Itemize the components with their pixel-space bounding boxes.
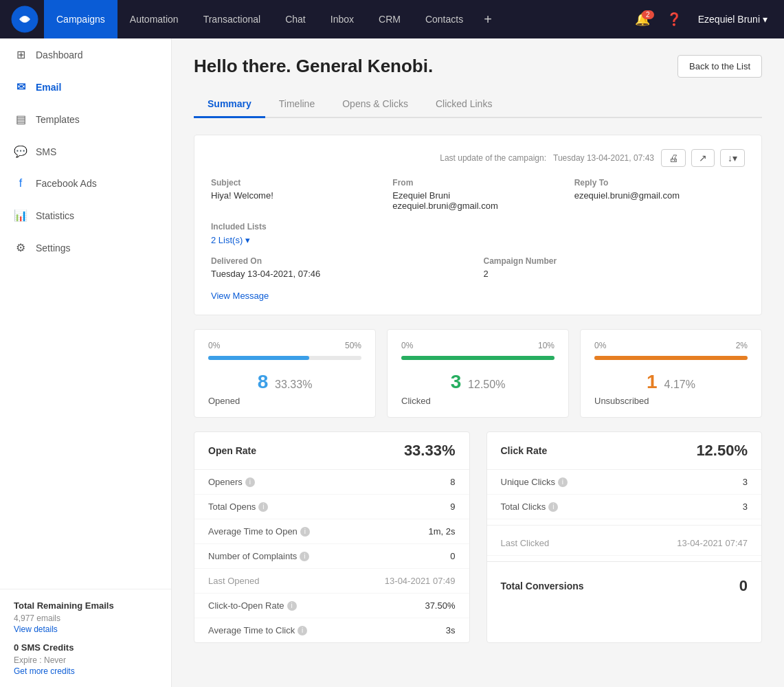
total-clicks-label: Total Clicks i bbox=[501, 502, 559, 512]
unsubscribed-label: Unsubscribed bbox=[594, 396, 748, 406]
emails-count: 4,977 emails bbox=[14, 613, 157, 623]
sidebar-item-statistics[interactable]: 📊 Statistics bbox=[0, 199, 171, 232]
sidebar-item-settings[interactable]: ⚙ Settings bbox=[0, 232, 171, 264]
expire-label: Expire : Never bbox=[14, 655, 157, 665]
avg-time-open-info-icon[interactable]: i bbox=[300, 527, 310, 537]
delivery-grid: Delivered on Tuesday 13-04-2021, 07:46 C… bbox=[211, 256, 745, 279]
total-opens-value: 9 bbox=[450, 502, 455, 512]
download-button[interactable]: ↓▾ bbox=[720, 149, 745, 167]
sidebar-item-templates[interactable]: ▤ Templates bbox=[0, 103, 171, 135]
nav-chat[interactable]: Chat bbox=[273, 0, 318, 38]
last-opened-value: 13-04-2021 07:49 bbox=[385, 576, 456, 586]
reply-to-email: ezequiel.bruni@gmail.com bbox=[574, 190, 745, 201]
complaints-info-icon[interactable]: i bbox=[300, 552, 309, 561]
bar-track-1 bbox=[401, 356, 555, 360]
bar-fill-2 bbox=[594, 356, 748, 360]
conversions-row: Total Conversions 0 bbox=[487, 567, 762, 605]
help-button[interactable]: ❓ bbox=[661, 12, 687, 27]
dropdown-icon: ▾ bbox=[245, 235, 250, 245]
detailed-stats: Open Rate 33.33% Openers i 8 Total Opens… bbox=[194, 431, 762, 643]
notifications-bell[interactable]: 🔔 2 bbox=[629, 12, 656, 27]
included-lists-value: 2 List(s) bbox=[211, 235, 243, 245]
sidebar-item-email[interactable]: ✉ Email bbox=[0, 71, 171, 103]
complaints-value: 0 bbox=[450, 551, 455, 561]
nav-contacts[interactable]: Contacts bbox=[413, 0, 475, 38]
nav-transactional[interactable]: Transactional bbox=[191, 0, 273, 38]
bar-fill-1 bbox=[401, 356, 555, 360]
total-clicks-info-icon[interactable]: i bbox=[548, 502, 558, 512]
opened-card: 0% 50% 8 33.33% Opened bbox=[194, 329, 376, 418]
openers-label: Openers i bbox=[208, 477, 255, 487]
view-message-link[interactable]: View Message bbox=[211, 291, 269, 301]
bar-left-1: 0% bbox=[401, 341, 413, 350]
from-email: ezequiel.bruni@gmail.com bbox=[392, 201, 563, 211]
nav-plus-button[interactable]: + bbox=[475, 0, 500, 38]
meta-actions: 🖨 ↗ ↓▾ bbox=[661, 149, 745, 167]
view-details-link[interactable]: View details bbox=[14, 624, 58, 634]
print-button[interactable]: 🖨 bbox=[661, 149, 686, 167]
sidebar-item-dashboard[interactable]: ⊞ Dashboard bbox=[0, 38, 171, 71]
sidebar-item-label: SMS bbox=[36, 146, 56, 157]
avg-time-open-row: Average Time to Open i 1m, 2s bbox=[194, 519, 469, 544]
click-open-rate-row: Click-to-Open Rate i 37.50% bbox=[194, 594, 469, 618]
sidebar: ⊞ Dashboard ✉ Email ▤ Templates 💬 SMS f … bbox=[0, 38, 172, 687]
get-more-credits-link[interactable]: Get more credits bbox=[14, 666, 75, 676]
clicked-label: Clicked bbox=[401, 396, 555, 406]
campaign-number-label: Campaign Number bbox=[484, 256, 746, 266]
unique-clicks-label: Unique Clicks i bbox=[501, 477, 568, 487]
opened-count: 8 bbox=[258, 371, 269, 392]
included-lists-link[interactable]: 2 List(s) ▾ bbox=[211, 235, 250, 245]
unsubscribed-percent: 4.17% bbox=[664, 379, 695, 390]
notifications-badge: 2 bbox=[642, 10, 654, 19]
nav-crm[interactable]: CRM bbox=[366, 0, 413, 38]
total-opens-info-icon[interactable]: i bbox=[258, 502, 268, 512]
avg-time-click-info-icon[interactable]: i bbox=[298, 626, 307, 635]
tab-timeline[interactable]: Timeline bbox=[265, 91, 328, 118]
last-update-row: Last update of the campaign: Tuesday 13-… bbox=[211, 149, 745, 167]
avg-time-open-value: 1m, 2s bbox=[428, 526, 455, 537]
click-open-rate-label: Click-to-Open Rate i bbox=[208, 600, 297, 611]
user-name: Ezequiel Bruni bbox=[698, 14, 760, 25]
tab-clicked-links[interactable]: Clicked Links bbox=[422, 91, 506, 118]
bar-left-0: 0% bbox=[208, 341, 220, 350]
nav-campaigns[interactable]: Campaigns bbox=[44, 0, 117, 38]
last-opened-row: Last Opened 13-04-2021 07:49 bbox=[194, 569, 469, 594]
nav-automation[interactable]: Automation bbox=[117, 0, 191, 38]
sidebar-item-sms[interactable]: 💬 SMS bbox=[0, 135, 171, 168]
unique-clicks-info-icon[interactable]: i bbox=[558, 477, 568, 487]
last-clicked-row: Last Clicked 13-04-2021 07:47 bbox=[487, 531, 762, 556]
sidebar-item-facebook-ads[interactable]: f Facebook Ads bbox=[0, 168, 171, 199]
total-clicks-value: 3 bbox=[743, 502, 748, 512]
delivered-on-label: Delivered on bbox=[211, 256, 473, 266]
back-to-list-button[interactable]: Back to the List bbox=[677, 55, 762, 78]
bar-right-2: 2% bbox=[736, 341, 748, 350]
sidebar-item-label: Statistics bbox=[36, 210, 74, 221]
complaints-row: Number of Complaints i 0 bbox=[194, 544, 469, 569]
openers-row: Openers i 8 bbox=[194, 470, 469, 495]
template-icon: ▤ bbox=[14, 113, 27, 126]
clicked-card: 0% 10% 3 12.50% Clicked bbox=[387, 329, 569, 418]
svg-point-1 bbox=[22, 16, 27, 22]
opened-values: 8 33.33% bbox=[208, 371, 361, 393]
share-button[interactable]: ↗ bbox=[691, 149, 715, 167]
click-open-rate-info-icon[interactable]: i bbox=[287, 601, 297, 611]
app-logo[interactable] bbox=[11, 5, 38, 33]
nav-inbox[interactable]: Inbox bbox=[318, 0, 366, 38]
from-label: From bbox=[392, 178, 563, 188]
sidebar-item-label: Dashboard bbox=[36, 49, 83, 60]
page-header: Hello there. General Kenobi. Back to the… bbox=[194, 55, 762, 78]
user-menu[interactable]: Ezequiel Bruni ▾ bbox=[693, 14, 773, 25]
main-content: Hello there. General Kenobi. Back to the… bbox=[172, 38, 784, 687]
tab-summary[interactable]: Summary bbox=[194, 91, 265, 118]
page-title: Hello there. General Kenobi. bbox=[194, 56, 433, 77]
user-dropdown-icon: ▾ bbox=[763, 14, 768, 25]
sms-icon: 💬 bbox=[14, 145, 27, 158]
clicked-percent: 12.50% bbox=[468, 379, 505, 390]
openers-info-icon[interactable]: i bbox=[245, 477, 255, 487]
nav-items: Campaigns Automation Transactional Chat … bbox=[44, 0, 629, 38]
sidebar-item-label: Facebook Ads bbox=[36, 178, 97, 189]
sms-credits-label: 0 SMS Credits bbox=[14, 642, 157, 653]
tab-opens-clicks[interactable]: Opens & Clicks bbox=[328, 91, 422, 118]
last-update-time: Tuesday 13-04-2021, 07:43 bbox=[553, 153, 654, 163]
bar-left-2: 0% bbox=[594, 341, 606, 350]
